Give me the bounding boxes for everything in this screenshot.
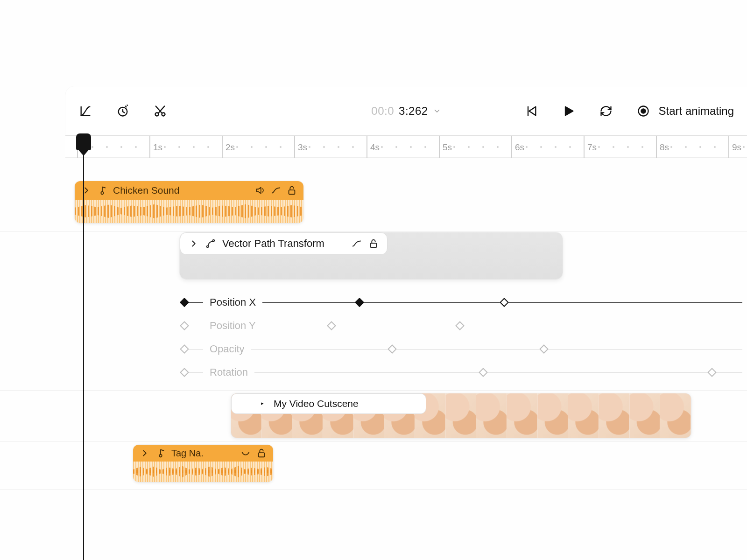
start-animating-button[interactable]: Start animating bbox=[636, 104, 734, 118]
unlock-icon[interactable] bbox=[407, 399, 417, 409]
keyframe[interactable] bbox=[355, 298, 364, 307]
ruler-label: 3s bbox=[298, 142, 307, 153]
ruler-minor-tick bbox=[641, 146, 643, 148]
ruler-minor-tick bbox=[309, 146, 310, 148]
video-thumbnail bbox=[538, 393, 569, 438]
ruler-minor-tick bbox=[120, 146, 122, 148]
ruler-tick: 3s bbox=[294, 136, 295, 158]
video-thumbnail bbox=[660, 393, 691, 438]
svg-rect-11 bbox=[259, 453, 265, 457]
unlock-icon[interactable] bbox=[287, 185, 297, 196]
skip-back-button[interactable] bbox=[524, 104, 538, 118]
property-list: Position XPosition YOpacityRotation bbox=[184, 291, 742, 384]
ruler-minor-tick bbox=[699, 146, 701, 148]
waveform bbox=[75, 200, 303, 223]
ruler-label: 1s bbox=[153, 142, 162, 153]
property-row[interactable]: Position X bbox=[184, 291, 742, 314]
keyframe[interactable] bbox=[479, 368, 488, 377]
ease-icon[interactable] bbox=[352, 238, 362, 249]
time-display[interactable]: 00:03:262 bbox=[371, 105, 441, 118]
chevron-right-icon[interactable] bbox=[240, 399, 250, 409]
ease-icon[interactable] bbox=[271, 185, 281, 196]
ruler-label: 9s bbox=[732, 142, 741, 153]
video-thumbnail bbox=[599, 393, 630, 438]
row-separator bbox=[0, 489, 747, 490]
chevron-right-icon[interactable] bbox=[140, 448, 150, 458]
row-separator bbox=[0, 231, 747, 232]
loop-button[interactable] bbox=[599, 104, 613, 118]
music-note-icon bbox=[97, 185, 107, 196]
playhead-knob[interactable] bbox=[76, 133, 91, 150]
ruler-minor-tick bbox=[685, 146, 687, 148]
video-icon bbox=[257, 399, 267, 409]
keyframe[interactable] bbox=[388, 344, 397, 354]
ruler-tick: 9s bbox=[728, 136, 729, 158]
play-button[interactable] bbox=[562, 104, 576, 118]
keyframe[interactable] bbox=[327, 321, 336, 330]
ruler-label: 7s bbox=[587, 142, 597, 153]
ruler-tick: 8s bbox=[656, 136, 657, 158]
waveform bbox=[133, 462, 273, 482]
video-thumbnail bbox=[568, 393, 599, 438]
ruler-minor-tick bbox=[193, 146, 195, 148]
property-row[interactable]: Position Y bbox=[184, 314, 742, 337]
chevron-down-icon[interactable] bbox=[433, 107, 441, 115]
ruler-minor-tick bbox=[207, 146, 209, 148]
chevron-right-icon[interactable] bbox=[189, 238, 199, 249]
property-label: Position X bbox=[210, 296, 256, 308]
speaker-icon[interactable] bbox=[255, 185, 265, 196]
cut-tool-button[interactable] bbox=[153, 104, 167, 118]
time-prefix: 00:0 bbox=[371, 105, 394, 118]
keyframe[interactable] bbox=[180, 298, 189, 307]
toolbar: 00:03:262 Start animating bbox=[65, 86, 747, 135]
ruler-minor-tick bbox=[569, 146, 571, 148]
record-icon bbox=[636, 104, 650, 118]
ruler-minor-tick bbox=[410, 146, 412, 148]
ruler-minor-tick bbox=[236, 146, 238, 148]
keyframe[interactable] bbox=[500, 298, 509, 307]
unlock-icon[interactable] bbox=[368, 238, 379, 249]
svg-rect-10 bbox=[409, 403, 415, 407]
magic-time-button[interactable] bbox=[116, 104, 130, 118]
ruler-tick: 4s bbox=[366, 136, 367, 158]
ruler-minor-tick bbox=[280, 146, 282, 148]
clip-name: Tag Na. bbox=[171, 448, 235, 459]
ruler-tick: 2s bbox=[222, 136, 223, 158]
curve-tool-button[interactable] bbox=[78, 104, 92, 118]
ruler-tick: 5s bbox=[439, 136, 440, 158]
ruler-minor-tick bbox=[540, 146, 542, 148]
property-label: Rotation bbox=[210, 366, 248, 378]
ease-icon[interactable] bbox=[390, 399, 401, 409]
ease-icon[interactable] bbox=[240, 448, 251, 458]
keyframe[interactable] bbox=[180, 368, 189, 377]
clip-name: Vector Path Transform bbox=[222, 238, 324, 250]
ruler-minor-tick bbox=[338, 146, 339, 148]
keyframe[interactable] bbox=[455, 321, 465, 330]
playhead[interactable] bbox=[83, 135, 84, 560]
ruler-minor-tick bbox=[555, 146, 557, 148]
ruler-label: 8s bbox=[660, 142, 669, 153]
vector-icon bbox=[205, 238, 216, 249]
audio-clip-tag[interactable]: Tag Na. bbox=[133, 445, 273, 482]
property-row[interactable]: Opacity bbox=[184, 337, 742, 361]
ruler-minor-tick bbox=[714, 146, 716, 148]
keyframe[interactable] bbox=[180, 344, 189, 354]
ruler-minor-tick bbox=[106, 146, 108, 148]
keyframe[interactable] bbox=[539, 344, 549, 354]
unlock-icon[interactable] bbox=[256, 448, 267, 458]
audio-clip-chicken[interactable]: Chicken Sound bbox=[75, 181, 303, 223]
video-clip[interactable]: My Video Cutscene bbox=[231, 393, 691, 438]
ruler-minor-tick bbox=[395, 146, 397, 148]
ruler-minor-tick bbox=[352, 146, 354, 148]
ruler-minor-tick bbox=[381, 146, 383, 148]
property-row[interactable]: Rotation bbox=[184, 361, 742, 384]
keyframe[interactable] bbox=[180, 321, 189, 330]
time-ruler[interactable]: 0s1s2s3s4s5s6s7s8s9s bbox=[65, 135, 747, 158]
row-separator bbox=[0, 441, 747, 442]
ruler-minor-tick bbox=[265, 146, 267, 148]
row-separator bbox=[0, 390, 747, 391]
clip-name: My Video Cutscene bbox=[274, 398, 359, 409]
video-thumbnail bbox=[446, 393, 477, 438]
transform-clip[interactable]: Vector Path Transform bbox=[180, 232, 563, 279]
keyframe[interactable] bbox=[707, 368, 717, 377]
